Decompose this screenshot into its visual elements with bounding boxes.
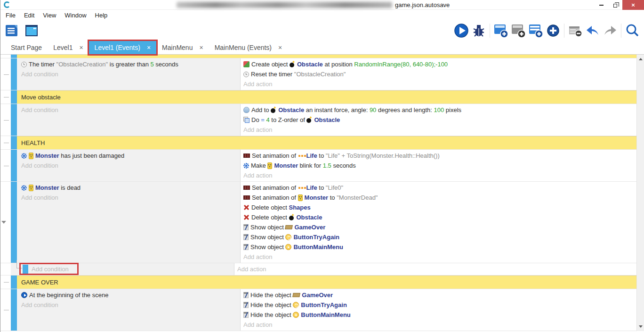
play-button[interactable]: [453, 23, 469, 39]
action-line[interactable]: Set animation of Life to "Life" + ToStri…: [243, 151, 636, 161]
toolbar-left-group: [4, 23, 40, 39]
action-line[interactable]: Set animation of Monster to "MonsterDead…: [243, 193, 636, 202]
undo-button[interactable]: [585, 23, 601, 39]
animation-icon: [243, 195, 250, 200]
conditions-cell: Add condition: [17, 104, 241, 136]
condition-line[interactable]: At the beginning of the scene: [21, 290, 240, 300]
scroll-down-arrow-icon[interactable]: [639, 325, 643, 328]
search-button[interactable]: [624, 23, 640, 39]
add-condition-button[interactable]: Add condition: [21, 105, 240, 115]
action-line[interactable]: Do = 4 to Z-order of Obstacle: [243, 115, 636, 125]
redo-button[interactable]: [602, 23, 618, 39]
menu-file[interactable]: File: [1, 12, 20, 19]
visibility-icon: [243, 292, 249, 298]
menu-view[interactable]: View: [39, 12, 60, 19]
add-action-button[interactable]: Add action: [243, 79, 636, 89]
event-selection-bar[interactable]: [11, 104, 17, 136]
add-scene-button[interactable]: [493, 23, 509, 39]
close-button[interactable]: ×: [622, 0, 644, 10]
tab-level1-events-[interactable]: Level1 (Events)×: [89, 41, 156, 54]
actions-cell: Add to Obstacle an instant force, angle:…: [241, 104, 636, 136]
add-condition-button[interactable]: Add condition: [21, 161, 240, 170]
text-segment: "ObstacleCreation": [294, 71, 346, 78]
event-group-header[interactable]: Move obstacle: [17, 90, 636, 104]
event-selection-bar[interactable]: [11, 58, 17, 90]
tab-close-icon[interactable]: ×: [199, 44, 203, 51]
action-line[interactable]: Hide the object ButtonMainMenu: [243, 310, 636, 320]
tab-close-icon[interactable]: ×: [147, 44, 151, 51]
menu-edit[interactable]: Edit: [20, 12, 39, 19]
text-segment: Set animation of: [252, 194, 298, 201]
add-action-button[interactable]: Add action: [237, 264, 636, 274]
add-condition-button[interactable]: Add condition: [21, 69, 240, 79]
add-condition-button[interactable]: Add condition: [21, 300, 240, 310]
text-segment: pixels: [444, 106, 461, 113]
condition-line[interactable]: Monster is dead: [21, 183, 240, 193]
action-line[interactable]: Hide the object GameOver: [243, 290, 636, 300]
add-action-button[interactable]: Add action: [243, 170, 636, 180]
add-external-layout-button[interactable]: [528, 23, 544, 39]
toolbar-right-group: [453, 20, 640, 41]
action-line[interactable]: Hide the object ButtonTryAgain: [243, 300, 636, 310]
text-segment: GameOver: [302, 292, 333, 299]
add-external-events-button[interactable]: [510, 23, 526, 39]
text-segment: Show object: [250, 243, 285, 251]
action-line[interactable]: Make Monster blink for 1.5 seconds: [243, 161, 636, 170]
action-line[interactable]: Delete object Obstacle: [243, 212, 636, 222]
tab-mainmenu[interactable]: MainMenu×: [156, 41, 209, 54]
action-line[interactable]: Delete object Shapes: [243, 202, 636, 212]
add-action-button[interactable]: Add action: [243, 252, 636, 262]
text-segment: to Z-order of: [270, 116, 307, 123]
visibility-icon: [243, 312, 249, 318]
action-line[interactable]: Show object ButtonMainMenu: [243, 242, 636, 252]
action-line[interactable]: Show object GameOver: [243, 222, 636, 232]
event-selection-bar[interactable]: [11, 289, 17, 331]
start-page-button[interactable]: [24, 23, 40, 39]
text-segment: Add to: [251, 106, 271, 113]
action-line[interactable]: Reset the timer "ObstacleCreation": [243, 69, 636, 79]
action-line[interactable]: Create object Obstacle at position Rando…: [243, 59, 636, 69]
debug-button[interactable]: [471, 23, 487, 39]
undo-icon: [585, 23, 600, 38]
event-group-header[interactable]: GAME OVER: [17, 275, 636, 289]
text-segment: seconds: [331, 162, 356, 169]
add-extension-button[interactable]: [545, 23, 561, 39]
condition-line[interactable]: Monster has just been damaged: [21, 151, 240, 161]
restore-button[interactable]: [608, 0, 622, 10]
event-selection-bar[interactable]: [11, 182, 17, 263]
tab-close-icon[interactable]: ×: [278, 44, 282, 51]
condition-line[interactable]: The timer "ObstacleCreation" is greater …: [21, 59, 240, 69]
action-line[interactable]: Set animation of Life to "Life0": [243, 183, 636, 193]
menu-window[interactable]: Window: [60, 12, 90, 19]
tab-close-icon[interactable]: ×: [79, 44, 83, 51]
event-group-partial[interactable]: [17, 55, 636, 58]
event-group-header[interactable]: HEALTH: [17, 136, 636, 149]
action-line[interactable]: Add to Obstacle an instant force, angle:…: [243, 105, 636, 115]
add-action-button[interactable]: Add action: [243, 125, 636, 135]
text-segment: an instant force, angle:: [304, 106, 370, 113]
delete-icon: [243, 204, 250, 211]
project-manager-button[interactable]: [4, 23, 20, 39]
menu-help[interactable]: Help: [91, 12, 112, 19]
action-line[interactable]: Show object ButtonTryAgain: [243, 232, 636, 242]
text-segment: Hide the object: [250, 292, 293, 299]
event-selection-bar[interactable]: [11, 150, 17, 181]
add-condition-button[interactable]: Add condition: [21, 193, 240, 202]
add-action-button[interactable]: Add action: [243, 320, 636, 330]
text-segment: Do: [251, 116, 261, 123]
event-selection-bar[interactable]: [11, 55, 17, 58]
text-segment: 5: [151, 61, 154, 68]
scroll-up-arrow-icon[interactable]: [639, 58, 643, 60]
tab-start-page[interactable]: Start Page: [5, 41, 48, 54]
event-selection-bar[interactable]: [11, 275, 17, 289]
event-selection-bar[interactable]: [11, 90, 17, 104]
tab-mainmenu-events-[interactable]: MainMenu (Events)×: [209, 41, 288, 54]
text-segment: "Life0": [326, 184, 343, 191]
toggle-events-disabled-button[interactable]: [567, 23, 583, 39]
tab-label: Start Page: [11, 44, 42, 51]
minimize-button[interactable]: [594, 0, 608, 10]
vertical-scrollbar[interactable]: [636, 55, 644, 331]
event-selection-bar[interactable]: [11, 136, 17, 149]
tab-level1[interactable]: Level1×: [48, 41, 89, 54]
text-segment: Set animation of: [252, 152, 298, 159]
